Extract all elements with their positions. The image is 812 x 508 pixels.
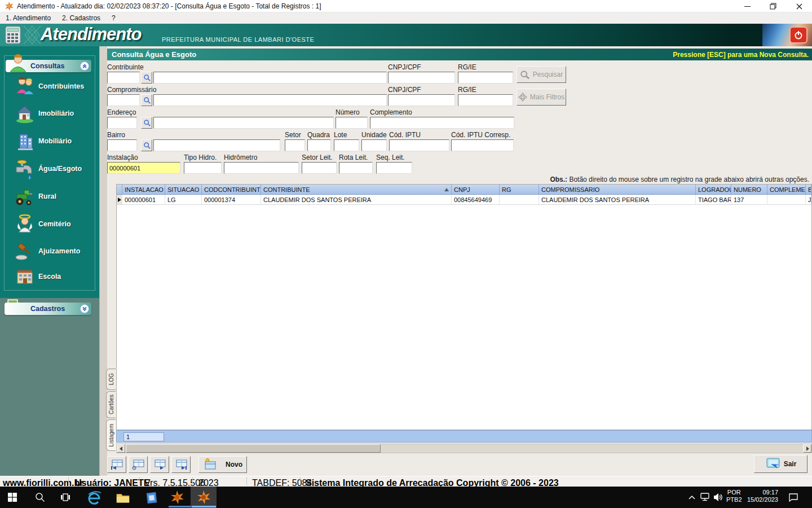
maximize-button[interactable]: [760, 0, 786, 12]
active-app-indicator: [192, 506, 216, 507]
escola-school-icon: [15, 266, 35, 286]
language-indicator[interactable]: POR PTB2: [726, 489, 742, 503]
minimize-button[interactable]: [734, 0, 760, 12]
menu-help[interactable]: ?: [106, 12, 121, 24]
compromissario-name-input[interactable]: [153, 94, 387, 106]
menu-atendimento[interactable]: 1. Atendimento: [0, 12, 56, 24]
first-record-button[interactable]: [107, 456, 126, 473]
sidebar-item-contribuintes[interactable]: Contribuintes: [38, 82, 84, 90]
compromissario-cnpj-input[interactable]: [388, 94, 455, 106]
banner-subtitle: PREFEITURA MUNICIPAL DE LAMBARI D'OESTE: [162, 36, 314, 43]
sair-button[interactable]: Sair: [754, 455, 807, 473]
running-app-icon[interactable]: [170, 491, 184, 504]
status-divider: [192, 477, 193, 485]
language-top: POR: [726, 489, 742, 496]
numero-input[interactable]: [336, 117, 368, 129]
compromissario-code-input[interactable]: [107, 94, 140, 106]
tab-listagem[interactable]: Listagem: [106, 419, 116, 451]
endereco-code-input[interactable]: [107, 117, 137, 129]
menu-cadastros[interactable]: 2. Cadastros: [56, 12, 106, 24]
setor-input[interactable]: [285, 139, 305, 151]
novo-button[interactable]: Novo: [198, 456, 247, 473]
file-explorer-icon[interactable]: [116, 492, 130, 504]
compromissario-rg-input[interactable]: [458, 94, 513, 106]
setor-leit-input[interactable]: [302, 162, 337, 174]
sidebar-item-mobiliario[interactable]: Mobiliário: [38, 137, 72, 145]
start-button-icon[interactable]: [8, 493, 17, 502]
blue-app-icon[interactable]: [144, 491, 158, 505]
collapse-consultas-button[interactable]: [80, 62, 89, 71]
grid-horizontal-scrollbar[interactable]: [116, 444, 812, 453]
obs-note: Obs.: Botão direito do mouse sobre um re…: [550, 176, 809, 183]
scrollbar-thumb[interactable]: [126, 444, 381, 453]
task-view-icon[interactable]: [61, 493, 70, 502]
network-icon[interactable]: [700, 493, 710, 502]
col-codcontribuinte[interactable]: CODCONTRIBUINTE: [202, 185, 261, 195]
taskbar-search-icon[interactable]: [35, 492, 45, 502]
scroll-right-button[interactable]: [803, 444, 811, 453]
lote-input[interactable]: [334, 139, 359, 151]
col-bairro[interactable]: BA: [806, 185, 811, 195]
table-row[interactable]: 000000601 LG 000001374 CLAUDEMIR DOS SAN…: [117, 195, 811, 205]
internet-explorer-icon[interactable]: [87, 490, 102, 505]
endereco-name-input[interactable]: [153, 117, 334, 129]
hidrometro-input[interactable]: [224, 162, 299, 174]
tray-chevron-up-icon[interactable]: [688, 494, 696, 500]
sidebar-item-ajuizamento[interactable]: Ajuizamento: [38, 247, 80, 255]
close-button[interactable]: [786, 0, 812, 12]
contribuinte-code-input[interactable]: [107, 72, 140, 84]
expand-cadastros-button[interactable]: [80, 304, 89, 313]
sidebar-item-cemiterio[interactable]: Cemitério: [38, 220, 71, 228]
seq-leit-input[interactable]: [376, 162, 412, 174]
app-icon: [5, 2, 14, 11]
unidade-input[interactable]: [361, 139, 387, 151]
bairro-name-input[interactable]: [153, 139, 280, 151]
tab-log[interactable]: LOG: [106, 369, 116, 390]
last-record-button[interactable]: [171, 456, 191, 473]
complemento-input[interactable]: [370, 117, 514, 129]
cnpj-cpf-label-2: CNPJ/CPF: [388, 86, 421, 94]
power-exit-icon[interactable]: [789, 27, 807, 43]
contribuinte-search-button[interactable]: [141, 72, 152, 84]
rg-ie-label-2: RG/IE: [458, 86, 476, 94]
active-app-icon[interactable]: [197, 491, 210, 504]
quadra-input[interactable]: [307, 139, 331, 151]
contribuinte-name-input[interactable]: [153, 72, 387, 84]
volume-icon[interactable]: [713, 492, 723, 502]
compromissario-search-button[interactable]: [141, 94, 152, 106]
col-numero[interactable]: NUMERO: [731, 185, 767, 195]
scroll-left-button[interactable]: [117, 444, 125, 453]
notification-center-icon[interactable]: [788, 493, 798, 502]
cod-iptu-corresp-input[interactable]: [451, 139, 514, 151]
sidebar-section-cadastros[interactable]: Cadastros: [5, 303, 91, 315]
col-contribuinte[interactable]: CONTRIBUINTE: [261, 185, 452, 195]
bairro-code-input[interactable]: [107, 139, 137, 151]
col-logradouro[interactable]: LOGRADOU: [696, 185, 731, 195]
tipo-hidro-input[interactable]: [184, 162, 222, 174]
col-rg[interactable]: RG: [500, 185, 539, 195]
col-instalacao[interactable]: INSTALACAO: [122, 185, 165, 195]
mais-filtros-button[interactable]: Mais Filtros: [517, 89, 566, 106]
col-complemento[interactable]: COMPLEME: [767, 185, 806, 195]
endereco-search-button[interactable]: [141, 117, 152, 129]
clock[interactable]: 09:17 15/02/2023: [745, 489, 778, 503]
page-number-box[interactable]: 1: [123, 432, 164, 441]
col-cnpj[interactable]: CNPJ: [452, 185, 500, 195]
sidebar-item-rural[interactable]: Rural: [38, 192, 56, 200]
sidebar-item-escola[interactable]: Escola: [38, 273, 61, 281]
sort-asc-icon: [444, 188, 449, 191]
col-compromissario[interactable]: COMPROMISSARIO: [539, 185, 696, 195]
sidebar-item-agua-esgoto[interactable]: Água/Esgoto: [38, 165, 82, 173]
contribuinte-cnpj-input[interactable]: [388, 72, 455, 84]
instalacao-input[interactable]: 000000601: [107, 162, 180, 174]
prior-record-button[interactable]: [129, 456, 148, 473]
sidebar-item-imobiliario[interactable]: Imobiliário: [38, 110, 74, 117]
next-record-button[interactable]: [150, 456, 169, 473]
rota-leit-input[interactable]: [339, 162, 373, 174]
cod-iptu-input[interactable]: [389, 139, 449, 151]
contribuinte-rg-input[interactable]: [458, 72, 513, 84]
col-situacao[interactable]: SITUACAO: [165, 185, 202, 195]
tab-cartoes[interactable]: Cartões: [106, 391, 116, 418]
bairro-search-button[interactable]: [141, 139, 152, 151]
pesquisar-button[interactable]: Pesquisar: [517, 66, 566, 83]
